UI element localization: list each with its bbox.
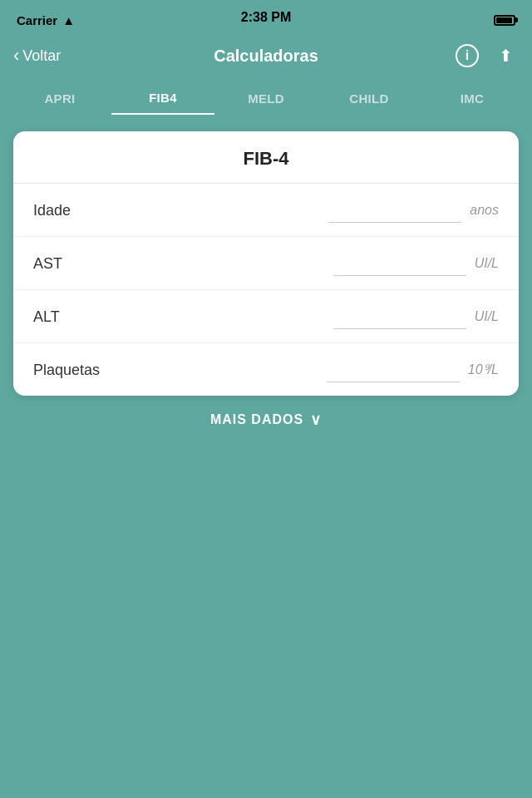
field-row-plaquetas: Plaquetas 10⁹/L — [13, 343, 519, 396]
nav-actions: i ⬆ — [454, 42, 519, 69]
battery-area — [494, 15, 515, 26]
back-button[interactable]: ‹ Voltar — [13, 47, 61, 65]
field-wrap-idade: anos — [135, 200, 499, 223]
card-title: FIB-4 — [13, 131, 519, 184]
content-area: FIB-4 Idade anos AST UI/L ALT — [0, 116, 532, 446]
carrier-wifi: Carrier ▲ — [17, 13, 75, 27]
tab-apri[interactable]: APRI — [8, 83, 111, 114]
chevron-down-icon: ∨ — [310, 411, 322, 429]
field-unit-plaquetas: 10⁹/L — [468, 362, 499, 382]
field-label-alt: ALT — [33, 308, 125, 329]
more-data-bar: MAIS DADOS ∨ — [13, 396, 519, 429]
fib4-card: FIB-4 Idade anos AST UI/L ALT — [13, 131, 519, 396]
tab-bar: APRI FIB4 MELD CHILD IMC — [0, 80, 532, 116]
field-unit-idade: anos — [470, 203, 499, 223]
more-data-label: MAIS DADOS — [210, 412, 303, 427]
field-wrap-ast: UI/L — [135, 254, 499, 276]
field-unit-alt: UI/L — [475, 309, 499, 329]
field-wrap-alt: UI/L — [135, 307, 499, 329]
tab-imc[interactable]: IMC — [421, 83, 524, 114]
field-row-ast: AST UI/L — [13, 237, 519, 290]
field-row-idade: Idade anos — [13, 184, 519, 237]
battery-icon — [494, 15, 515, 26]
field-input-idade[interactable] — [328, 200, 461, 223]
carrier-label: Carrier — [17, 13, 57, 27]
field-label-ast: AST — [33, 255, 125, 276]
tab-meld[interactable]: MELD — [214, 83, 318, 114]
wifi-icon: ▲ — [62, 13, 75, 27]
share-button[interactable]: ⬆ — [492, 42, 519, 69]
field-unit-ast: UI/L — [475, 256, 499, 276]
status-bar: Carrier ▲ 2:38 PM — [0, 0, 532, 37]
field-row-alt: ALT UI/L — [13, 290, 519, 343]
field-wrap-plaquetas: 10⁹/L — [135, 360, 499, 382]
back-label: Voltar — [22, 47, 61, 65]
tab-fib4[interactable]: FIB4 — [111, 82, 214, 115]
field-input-alt[interactable] — [333, 307, 466, 329]
field-label-idade: Idade — [33, 202, 125, 223]
tab-child[interactable]: CHILD — [318, 83, 421, 114]
nav-bar: ‹ Voltar Calculadoras i ⬆ — [0, 37, 532, 80]
info-button[interactable]: i — [454, 42, 480, 69]
status-time: 2:38 PM — [241, 10, 291, 25]
back-chevron-icon: ‹ — [13, 47, 19, 65]
field-label-plaquetas: Plaquetas — [33, 362, 125, 382]
more-data-button[interactable]: MAIS DADOS ∨ — [210, 411, 322, 429]
share-icon: ⬆ — [499, 47, 513, 64]
field-input-ast[interactable] — [333, 254, 466, 276]
info-circle-icon: i — [456, 44, 479, 67]
field-input-plaquetas[interactable] — [327, 360, 460, 382]
nav-title: Calculadoras — [214, 47, 318, 66]
